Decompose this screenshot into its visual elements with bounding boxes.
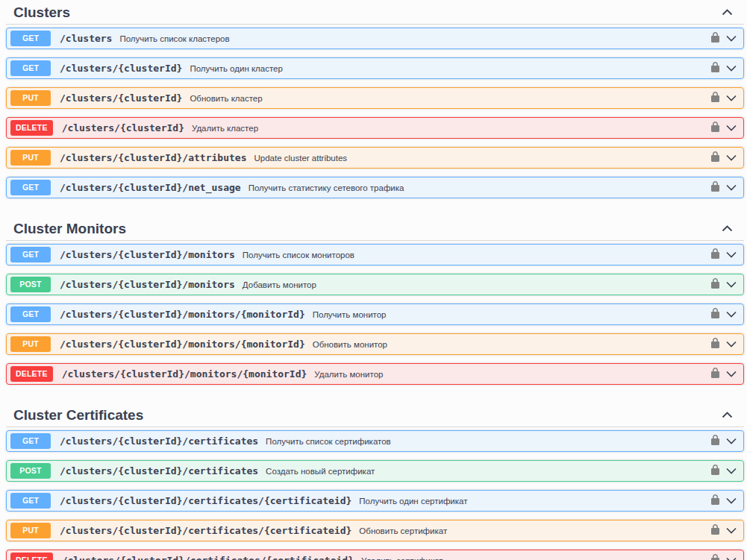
authorize-button[interactable] xyxy=(711,524,719,537)
authorize-button[interactable] xyxy=(711,368,719,380)
row-controls xyxy=(711,92,737,104)
endpoint-row[interactable]: POST /clusters/{clusterId}/monitors Доба… xyxy=(6,274,744,295)
authorize-button[interactable] xyxy=(711,278,719,291)
endpoint-row[interactable]: PUT /clusters/{clusterId}/certificates/{… xyxy=(6,520,744,541)
row-controls xyxy=(711,338,737,350)
authorize-button[interactable] xyxy=(711,554,719,560)
expand-operation-button[interactable] xyxy=(726,309,737,320)
collapse-section-button[interactable] xyxy=(722,7,733,18)
authorize-button[interactable] xyxy=(711,32,719,45)
endpoint-path[interactable]: /clusters xyxy=(60,33,112,44)
expand-operation-button[interactable] xyxy=(726,555,737,560)
endpoint-path[interactable]: /clusters/{clusterId}/monitors/{monitorI… xyxy=(62,368,307,380)
chevron-down-icon xyxy=(726,555,737,560)
expand-operation-button[interactable] xyxy=(726,339,737,350)
method-badge: GET xyxy=(10,180,51,195)
endpoint-path[interactable]: /clusters/{clusterId}/monitors/{monitorI… xyxy=(60,339,305,350)
section-endpoints: GET /clusters Получить список кластеров … xyxy=(6,28,744,198)
endpoint-path[interactable]: /clusters/{clusterId}/certificates/{cert… xyxy=(60,525,351,536)
expand-operation-button[interactable] xyxy=(726,122,737,133)
collapse-section-button[interactable] xyxy=(722,223,733,234)
authorize-button[interactable] xyxy=(711,435,719,447)
expand-operation-button[interactable] xyxy=(726,279,737,290)
expand-operation-button[interactable] xyxy=(726,92,737,104)
endpoint-description: Создать новый сертификат xyxy=(266,466,375,476)
section-header[interactable]: Cluster Monitors xyxy=(6,207,744,241)
lock-icon xyxy=(711,554,719,560)
authorize-button[interactable] xyxy=(711,248,719,261)
endpoint-path[interactable]: /clusters/{clusterId}/certificates/{cert… xyxy=(62,555,354,560)
endpoint-row[interactable]: PUT /clusters/{clusterId}/monitors/{moni… xyxy=(6,333,744,355)
expand-operation-button[interactable] xyxy=(726,33,737,44)
authorize-button[interactable] xyxy=(711,494,719,507)
endpoint-path[interactable]: /clusters/{clusterId}/certificates xyxy=(60,465,258,476)
endpoint-row[interactable]: GET /clusters/{clusterId}/certificates/{… xyxy=(6,490,744,512)
endpoint-row[interactable]: GET /clusters Получить список кластеров xyxy=(6,28,744,49)
expand-operation-button[interactable] xyxy=(726,249,737,260)
authorize-button[interactable] xyxy=(711,181,719,194)
endpoint-row[interactable]: GET /clusters/{clusterId}/monitors Получ… xyxy=(6,244,744,265)
endpoint-path[interactable]: /clusters/{clusterId}/attributes xyxy=(60,152,246,163)
method-badge: GET xyxy=(10,31,51,46)
endpoint-row[interactable]: GET /clusters/{clusterId}/monitors/{moni… xyxy=(6,303,744,325)
endpoint-path[interactable]: /clusters/{clusterId}/monitors/{monitorI… xyxy=(60,309,305,320)
chevron-down-icon xyxy=(726,339,737,350)
section-header[interactable]: Cluster Certificates xyxy=(6,393,744,427)
chevron-down-icon xyxy=(726,33,737,44)
endpoint-path[interactable]: /clusters/{clusterId}/monitors xyxy=(60,249,235,260)
endpoint-row[interactable]: DELETE /clusters/{clusterId}/monitors/{m… xyxy=(6,363,744,385)
endpoint-row[interactable]: POST /clusters/{clusterId}/certificates … xyxy=(6,460,744,482)
authorize-button[interactable] xyxy=(711,92,719,104)
endpoint-path[interactable]: /clusters/{clusterId}/certificates xyxy=(60,435,258,447)
section-header[interactable]: Clusters xyxy=(6,0,744,25)
endpoint-path[interactable]: /clusters/{clusterId}/net_usage xyxy=(60,182,241,193)
chevron-down-icon xyxy=(726,495,737,506)
collapse-section-button[interactable] xyxy=(722,409,733,421)
authorize-button[interactable] xyxy=(711,308,719,321)
lock-icon xyxy=(711,151,719,164)
chevron-down-icon xyxy=(726,435,737,447)
endpoint-path[interactable]: /clusters/{clusterId} xyxy=(60,92,182,104)
chevron-down-icon xyxy=(726,368,737,380)
expand-operation-button[interactable] xyxy=(726,182,737,193)
expand-operation-button[interactable] xyxy=(726,465,737,476)
row-controls xyxy=(711,308,737,321)
endpoint-description: Обновить монитор xyxy=(313,339,387,349)
authorize-button[interactable] xyxy=(711,338,719,350)
endpoint-row[interactable]: GET /clusters/{clusterId}/net_usage Полу… xyxy=(6,177,744,198)
expand-operation-button[interactable] xyxy=(726,495,737,506)
lock-icon xyxy=(711,494,719,507)
method-badge: DELETE xyxy=(10,553,53,560)
lock-icon xyxy=(711,368,719,380)
chevron-down-icon xyxy=(726,309,737,320)
endpoint-row[interactable]: PUT /clusters/{clusterId}/attributes Upd… xyxy=(6,147,744,169)
expand-operation-button[interactable] xyxy=(726,368,737,380)
chevron-down-icon xyxy=(726,182,737,193)
endpoint-row[interactable]: PUT /clusters/{clusterId} Обновить класт… xyxy=(6,87,744,109)
endpoint-path[interactable]: /clusters/{clusterId}/certificates/{cert… xyxy=(60,495,351,506)
chevron-down-icon xyxy=(726,92,737,104)
authorize-button[interactable] xyxy=(711,465,719,477)
authorize-button[interactable] xyxy=(711,151,719,164)
endpoint-path[interactable]: /clusters/{clusterId} xyxy=(62,122,184,133)
row-controls xyxy=(711,151,737,164)
expand-operation-button[interactable] xyxy=(726,435,737,447)
expand-operation-button[interactable] xyxy=(726,525,737,536)
endpoint-description: Получить список мониторов xyxy=(243,250,354,259)
expand-operation-button[interactable] xyxy=(726,152,737,163)
row-controls xyxy=(711,435,737,447)
authorize-button[interactable] xyxy=(711,62,719,75)
lock-icon xyxy=(711,465,719,477)
row-controls xyxy=(711,62,737,75)
expand-operation-button[interactable] xyxy=(726,63,737,74)
endpoint-path[interactable]: /clusters/{clusterId} xyxy=(60,63,182,74)
authorize-button[interactable] xyxy=(711,122,719,134)
endpoint-row[interactable]: DELETE /clusters/{clusterId} Удалить кла… xyxy=(6,117,744,139)
endpoint-path[interactable]: /clusters/{clusterId}/monitors xyxy=(60,279,235,290)
api-tag-section: Cluster Monitors GET /clusters/{clusterI… xyxy=(6,207,744,385)
method-badge: GET xyxy=(10,306,51,322)
endpoint-row[interactable]: GET /clusters/{clusterId} Получить один … xyxy=(6,57,744,79)
endpoint-row[interactable]: DELETE /clusters/{clusterId}/certificate… xyxy=(6,550,744,560)
endpoint-description: Update cluster attributes xyxy=(254,153,347,163)
endpoint-row[interactable]: GET /clusters/{clusterId}/certificates П… xyxy=(6,430,744,452)
